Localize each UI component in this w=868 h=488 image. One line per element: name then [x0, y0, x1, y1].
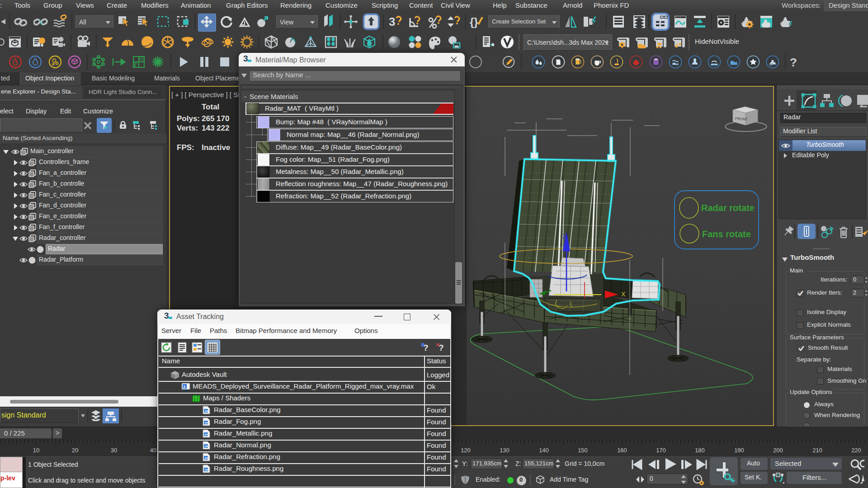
- svg-text:3: 3: [243, 54, 248, 63]
- svg-text:160: 160: [617, 447, 627, 454]
- svg-text:150: 150: [578, 447, 588, 454]
- svg-text:210: 210: [812, 447, 822, 454]
- svg-text:{}: {}: [470, 16, 478, 28]
- svg-text:X: X: [621, 291, 626, 298]
- svg-text:FRONT: FRONT: [735, 117, 748, 122]
- svg-text:190: 190: [734, 447, 744, 454]
- svg-text:130: 130: [500, 447, 509, 454]
- svg-text:180: 180: [695, 447, 705, 454]
- svg-text:10: 10: [33, 447, 39, 454]
- svg-text:?: ?: [439, 343, 444, 352]
- svg-text:220: 220: [851, 447, 861, 454]
- svg-text:3: 3: [164, 311, 169, 320]
- svg-text:140: 140: [539, 447, 549, 454]
- svg-text:170: 170: [656, 447, 666, 454]
- svg-text:Z: Z: [562, 233, 566, 240]
- svg-text:3: 3: [183, 385, 185, 389]
- svg-text:30: 30: [111, 447, 117, 454]
- svg-text:120: 120: [461, 447, 471, 454]
- svg-text:3: 3: [389, 15, 395, 28]
- svg-text:Radar rotate: Radar rotate: [701, 203, 755, 213]
- svg-text:200: 200: [773, 447, 783, 454]
- svg-text:Fans rotate: Fans rotate: [702, 229, 751, 239]
- svg-text:20: 20: [72, 447, 78, 454]
- svg-text:40: 40: [150, 447, 156, 454]
